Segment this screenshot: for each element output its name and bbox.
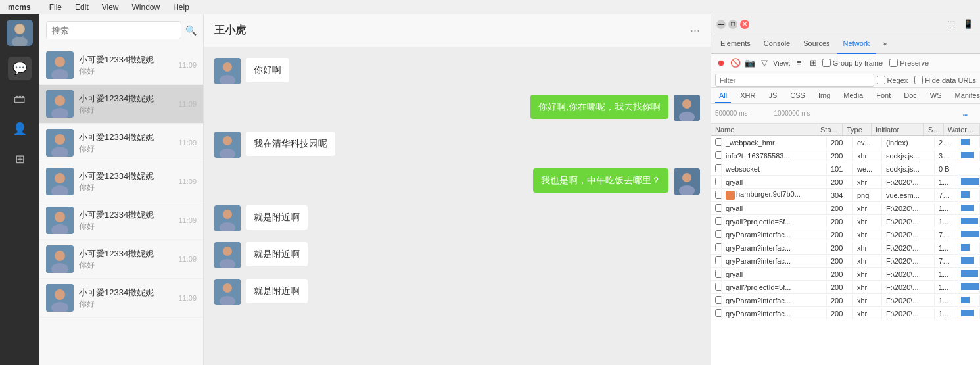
- dt-row-checkbox[interactable]: [711, 242, 722, 254]
- dt-row-checkbox[interactable]: [711, 295, 722, 306]
- devtools-tab-console[interactable]: Console: [757, 34, 797, 54]
- dt-network-row[interactable]: _webpack_hmr 200 ev... (index) 21...: [711, 136, 980, 149]
- dt-row-initiator: F:\2020\...: [882, 282, 935, 293]
- dt-row-status: 200: [827, 230, 853, 240]
- dt-filter-input[interactable]: [715, 74, 874, 87]
- dt-row-checkbox[interactable]: [711, 176, 722, 188]
- dt-network-row[interactable]: qryall 200 xhr F:\2020\... 1...: [711, 202, 980, 215]
- menu-view[interactable]: View: [99, 1, 122, 13]
- devtools-panel: — □ ✕ ⬚ 📱 ElementsConsoleSourcesNetwork»…: [711, 14, 980, 365]
- dt-hide-data-urls-label[interactable]: Hide data URLs: [914, 76, 976, 84]
- search-input[interactable]: [46, 21, 181, 39]
- dt-type-tab-font[interactable]: Font: [872, 89, 895, 103]
- dt-window-controls: — □ ✕: [716, 20, 749, 29]
- sidebar-db-icon[interactable]: 🗃: [8, 87, 32, 110]
- devtools-tab-elements[interactable]: Elements: [714, 34, 757, 54]
- contact-item[interactable]: 小可爱12334撒妮妮 你好 11:09: [39, 124, 203, 162]
- dt-row-checkbox[interactable]: [711, 255, 722, 267]
- devtools-tab-network[interactable]: Network: [837, 34, 876, 54]
- dt-hide-data-urls-checkbox[interactable]: [914, 76, 923, 84]
- dt-type-tab-doc[interactable]: Doc: [900, 89, 921, 103]
- dt-network-row[interactable]: info?t=163765583... 200 xhr sockjs.js...…: [711, 149, 980, 162]
- dt-view-grid[interactable]: ⊞: [808, 57, 820, 69]
- dt-type-tab-xhr[interactable]: XHR: [736, 89, 759, 103]
- contact-item[interactable]: 小可爱12334撒妮妮 你好 11:09: [39, 162, 203, 201]
- dt-camera-button[interactable]: 📷: [744, 57, 756, 69]
- dt-network-row[interactable]: qryParam?interfac... 200 xhr F:\2020\...…: [711, 228, 980, 241]
- devtools-toolbar-row2: Regex Hide data URLs: [711, 72, 980, 88]
- dt-type-tab-css[interactable]: CSS: [786, 89, 809, 103]
- dt-network-row[interactable]: hamburger.9cf7b0... 304 png vue.esm... 7…: [711, 189, 980, 202]
- dt-network-row[interactable]: qryParam?interfac... 200 xhr F:\2020\...…: [711, 241, 980, 255]
- svg-point-20: [55, 251, 65, 261]
- dt-row-checkbox[interactable]: [711, 229, 722, 241]
- dt-device-icon[interactable]: 📱: [962, 18, 975, 31]
- contact-item[interactable]: 小可爱12334撒妮妮 你好 11:09: [39, 85, 203, 124]
- contact-avatar: [46, 284, 74, 312]
- menu-file[interactable]: File: [47, 1, 64, 13]
- dt-row-checkbox[interactable]: [711, 216, 722, 228]
- chat-options-button[interactable]: ···: [690, 24, 700, 37]
- dt-type-tab-ws[interactable]: WS: [926, 89, 946, 103]
- dt-network-row[interactable]: qryall 200 xhr F:\2020\... 1...: [711, 176, 980, 189]
- dt-network-row[interactable]: qryall?projectId=5f... 200 xhr F:\2020\.…: [711, 215, 980, 228]
- dt-type-tab-js[interactable]: JS: [764, 89, 781, 103]
- dt-type-tab-manifest[interactable]: Manifest: [951, 89, 980, 103]
- dt-row-checkbox[interactable]: [711, 308, 722, 320]
- sidebar-user-icon[interactable]: 👤: [8, 117, 32, 141]
- contact-item[interactable]: 小可爱12334撒妮妮 你好 11:09: [39, 201, 203, 240]
- dt-network-row[interactable]: qryParam?interfac... 200 xhr F:\2020\...…: [711, 294, 980, 307]
- dt-row-type: xhr: [853, 243, 882, 253]
- dt-filter-button[interactable]: ▽: [758, 57, 770, 69]
- dt-row-checkbox[interactable]: [711, 203, 722, 214]
- dt-clear-button[interactable]: 🚫: [730, 57, 741, 69]
- devtools-tab-sources[interactable]: Sources: [797, 34, 836, 54]
- sidebar-chat-icon[interactable]: 💬: [8, 57, 32, 80]
- message-bubble: 就是附近啊: [246, 242, 308, 266]
- dt-row-checkbox[interactable]: [711, 189, 722, 201]
- dt-view-list[interactable]: ≡: [793, 57, 805, 69]
- user-avatar[interactable]: [7, 20, 33, 46]
- contact-item[interactable]: 小可爱12334撒妮妮 你好 11:09: [39, 240, 203, 279]
- dt-network-row[interactable]: qryParam?interfac... 200 xhr F:\2020\...…: [711, 255, 980, 268]
- dt-row-checkbox[interactable]: [711, 268, 722, 280]
- dt-network-row[interactable]: qryall?projectId=5f... 200 xhr F:\2020\.…: [711, 281, 980, 294]
- menu-help[interactable]: Help: [170, 1, 192, 13]
- dt-row-checkbox[interactable]: [711, 163, 722, 175]
- dt-preserve-checkbox[interactable]: [889, 59, 898, 67]
- dt-row-checkbox[interactable]: [711, 281, 722, 293]
- contact-info: 小可爱12334撒妮妮 你好: [79, 170, 173, 193]
- menu-edit[interactable]: Edit: [72, 1, 91, 13]
- dt-row-name: qryParam?interfac...: [722, 256, 827, 266]
- dt-row-initiator: (index): [882, 137, 935, 148]
- dt-row-checkbox[interactable]: [711, 137, 722, 149]
- dt-group-by-frame-label[interactable]: Group by frame: [822, 59, 883, 67]
- dt-type-tab-all[interactable]: All: [715, 89, 731, 103]
- sidebar-grid-icon[interactable]: ⊞: [8, 147, 32, 171]
- dt-regex-checkbox[interactable]: [877, 76, 885, 84]
- devtools-minimize[interactable]: —: [716, 20, 726, 29]
- dt-record-button[interactable]: ⏺: [715, 57, 727, 69]
- dt-preserve-label[interactable]: Preserve: [889, 59, 929, 67]
- contact-item[interactable]: 小可爱12334撒妮妮 你好 11:09: [39, 46, 203, 85]
- dt-type-tab-media[interactable]: Media: [839, 89, 867, 103]
- contact-item[interactable]: 小可爱12334撒妮妮 你好 11:09: [39, 279, 203, 318]
- svg-point-35: [682, 173, 691, 182]
- devtools-tabs: ElementsConsoleSourcesNetwork»: [711, 34, 980, 54]
- dt-inspect-icon[interactable]: ⬚: [945, 18, 958, 31]
- devtools-close[interactable]: ✕: [740, 20, 749, 29]
- dt-regex-label[interactable]: Regex: [877, 76, 908, 84]
- devtools-tab-[interactable]: »: [876, 34, 893, 54]
- menu-window[interactable]: Window: [129, 1, 163, 13]
- contact-preview: 你好: [79, 260, 173, 271]
- dt-network-row[interactable]: websocket 101 we... sockjs.js... 0 B: [711, 162, 980, 176]
- dt-row-checkbox[interactable]: [711, 150, 722, 162]
- dt-network-row[interactable]: qryParam?interfac... 200 xhr F:\2020\...…: [711, 307, 980, 320]
- dt-type-tab-img[interactable]: Img: [814, 89, 834, 103]
- devtools-maximize[interactable]: □: [728, 20, 737, 29]
- dt-row-status: 200: [827, 216, 853, 227]
- dt-group-by-frame-checkbox[interactable]: [822, 59, 831, 67]
- dt-network-row[interactable]: qryall 200 xhr F:\2020\... 1...: [711, 268, 980, 281]
- dt-row-waterfall: [954, 216, 980, 227]
- search-icon[interactable]: 🔍: [185, 25, 197, 36]
